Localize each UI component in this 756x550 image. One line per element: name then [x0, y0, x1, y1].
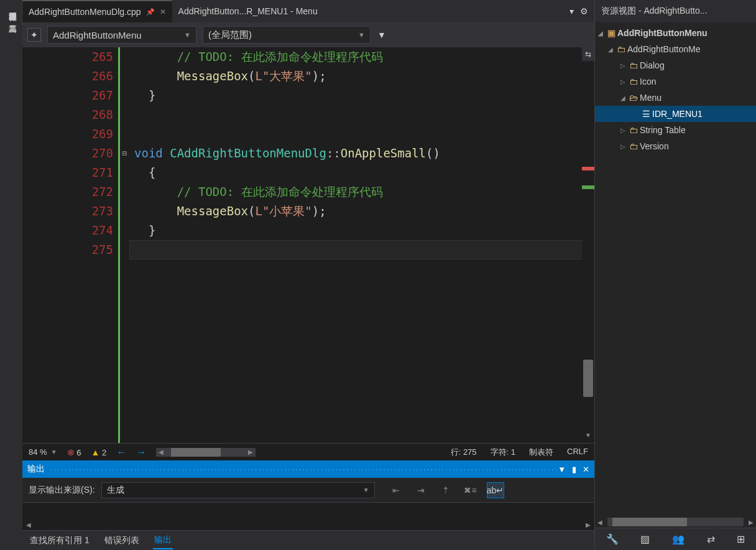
wrench-icon[interactable]: 🔧	[606, 533, 619, 545]
tab-output[interactable]: 输出	[153, 532, 173, 549]
close-icon[interactable]: ✕	[583, 465, 589, 474]
scroll-right-icon[interactable]: ▶	[246, 449, 256, 455]
class-dropdown[interactable]: AddRightButtonMenu ▼	[47, 26, 196, 44]
resource-tree[interactable]: ◢ ▣ AddRightButtonMenu ◢ 🗀 AddRightButto…	[595, 22, 756, 516]
tree-menu-item[interactable]: ☰ IDR_MENU1	[595, 106, 756, 122]
expander-icon[interactable]: ▷	[619, 62, 627, 69]
node-label: String Table	[640, 125, 686, 135]
node-label: Menu	[640, 93, 662, 103]
node-label: AddRightButtonMe	[627, 44, 701, 54]
resource-view-panel: 资源视图 - AddRightButto... ◢ ▣ AddRightButt…	[594, 0, 756, 550]
warning-count[interactable]: ▲ 2	[91, 447, 106, 457]
pin-icon[interactable]: ▮	[572, 465, 576, 474]
tree-dialog-node[interactable]: ▷ 🗀 Dialog	[595, 57, 756, 73]
output-clear-icon[interactable]: ✖≡	[462, 482, 479, 498]
output-indent-less-icon[interactable]: ⇤	[387, 482, 405, 498]
expander-icon[interactable]: ◢	[619, 95, 627, 101]
output-panel: 输出 ∙∙∙∙∙∙∙∙∙∙∙∙∙∙∙∙∙∙∙∙∙∙∙∙∙∙∙∙∙∙∙∙∙∙∙∙∙…	[22, 460, 594, 530]
output-source-label: 显示输出来源(S):	[29, 485, 95, 496]
server-explorer-tab[interactable]: 服务器资源管理器	[0, 0, 22, 12]
menu-resource-icon: ☰	[640, 109, 652, 119]
zoom-dropdown[interactable]: 84 % ▼	[29, 447, 57, 457]
status-col[interactable]: 字符: 1	[491, 447, 515, 458]
scroll-left-icon[interactable]: ◀	[22, 521, 35, 528]
code-editor[interactable]: 265266267268269270271272273274275 ⊟ // T…	[22, 47, 594, 443]
tab-menu-designer[interactable]: AddRightButton...R_MENU1 - Menu	[172, 0, 324, 22]
toolbox-tab[interactable]: 工具箱	[0, 12, 22, 25]
tab-cpp-file[interactable]: AddRightButtonMenuDlg.cpp 📌 ✕	[22, 0, 172, 22]
fold-column[interactable]: ⊟	[118, 47, 129, 443]
vertical-scrollbar[interactable]	[582, 61, 594, 432]
folder-icon: 🗀	[627, 141, 640, 151]
chevron-down-icon: ▼	[51, 449, 57, 455]
scroll-right-icon[interactable]: ▶	[746, 519, 756, 526]
error-count[interactable]: ⊗ 6	[67, 447, 81, 457]
tab-error-list[interactable]: 错误列表	[103, 533, 141, 549]
tree-menu-node[interactable]: ◢ 🗁 Menu	[595, 90, 756, 106]
status-tabmode[interactable]: 制表符	[529, 447, 553, 458]
resource-view-title[interactable]: 资源视图 - AddRightButto...	[595, 0, 756, 22]
tree-version-node[interactable]: ▷ 🗀 Version	[595, 138, 756, 154]
output-source-value: 生成	[107, 485, 124, 496]
tab-overflow-icon[interactable]: ▾	[569, 6, 574, 16]
solution-icon: ▣	[605, 28, 617, 38]
scroll-thumb[interactable]	[583, 360, 593, 397]
member-dropdown-chevron[interactable]: ▼	[377, 30, 387, 40]
nav-forward-icon[interactable]: →	[136, 447, 146, 458]
scroll-right-icon[interactable]: ▶	[582, 521, 594, 528]
class-view-icon[interactable]: ⊞	[737, 533, 745, 545]
folder-icon: 🗀	[627, 60, 640, 70]
split-icon[interactable]: ⇆	[582, 47, 594, 61]
pin-icon[interactable]: 📌	[146, 8, 155, 16]
expander-icon[interactable]: ◢	[606, 46, 615, 53]
output-titlebar[interactable]: 输出 ∙∙∙∙∙∙∙∙∙∙∙∙∙∙∙∙∙∙∙∙∙∙∙∙∙∙∙∙∙∙∙∙∙∙∙∙∙…	[22, 460, 594, 478]
output-prev-icon[interactable]: ⇡	[437, 482, 454, 498]
line-number-gutter: 265266267268269270271272273274275	[22, 47, 118, 443]
tree-solution-node[interactable]: ◢ ▣ AddRightButtonMenu	[595, 25, 756, 41]
team-icon[interactable]: 👥	[672, 533, 685, 545]
panel-menu-icon[interactable]: ▼	[558, 465, 566, 474]
bottom-tabstrip: 查找所有引用 1 错误列表 输出	[22, 530, 594, 550]
resource-hscroll[interactable]: ◀ ▶	[595, 516, 756, 528]
output-body[interactable]	[22, 503, 594, 519]
tree-project-node[interactable]: ◢ 🗀 AddRightButtonMe	[595, 41, 756, 57]
code-area[interactable]: // TODO: 在此添加命令处理程序代码 MessageBox(L"大苹果")…	[129, 47, 594, 443]
warning-icon: ▲	[91, 447, 99, 457]
project-icon[interactable]: ✦	[27, 28, 41, 42]
expander-icon[interactable]: ▷	[619, 127, 627, 134]
editor-right-rail: ⇆ ▼	[582, 47, 594, 443]
output-hscroll[interactable]: ◀ ▶	[22, 519, 594, 530]
nav-back-icon[interactable]: ←	[116, 447, 126, 458]
scroll-thumb[interactable]	[612, 518, 687, 526]
scroll-down-icon[interactable]: ▼	[582, 432, 594, 443]
expander-icon[interactable]: ◢	[596, 30, 605, 37]
horizontal-scrollbar[interactable]: ◀ ▶	[156, 448, 256, 457]
node-label: AddRightButtonMenu	[617, 28, 708, 38]
gear-icon[interactable]: ⚙	[580, 6, 588, 16]
tab-label: AddRightButton...R_MENU1 - Menu	[178, 6, 318, 16]
status-line[interactable]: 行: 275	[451, 447, 477, 458]
output-indent-more-icon[interactable]: ⇥	[412, 482, 430, 498]
expander-icon[interactable]: ▷	[619, 143, 627, 150]
output-toolbar: 显示输出来源(S): 生成 ▼ ⇤ ⇥ ⇡ ✖≡ ab↵	[22, 478, 594, 503]
tree-icon-node[interactable]: ▷ 🗀 Icon	[595, 73, 756, 90]
zoom-value: 84 %	[29, 447, 47, 457]
scroll-left-icon[interactable]: ◀	[156, 449, 166, 455]
branch-icon[interactable]: ⇄	[707, 533, 715, 545]
scope-dropdown[interactable]: (全局范围) ▼	[203, 26, 371, 44]
output-wrap-icon[interactable]: ab↵	[487, 482, 504, 498]
tree-stringtable-node[interactable]: ▷ 🗀 String Table	[595, 122, 756, 138]
expander-icon[interactable]: ▷	[619, 78, 627, 85]
vs-icon[interactable]: ▨	[640, 533, 650, 545]
status-eol[interactable]: CRLF	[567, 447, 588, 458]
context-nav-bar: ✦ AddRightButtonMenu ▼ (全局范围) ▼ ▼	[22, 22, 594, 47]
folder-icon: 🗀	[627, 77, 640, 86]
editor-status-bar: 84 % ▼ ⊗ 6 ▲ 2 ← → ◀ ▶ 行: 275 字符: 1 制表符 …	[22, 443, 594, 460]
scroll-left-icon[interactable]: ◀	[595, 519, 605, 526]
output-source-dropdown[interactable]: 生成 ▼	[101, 482, 375, 498]
error-icon: ⊗	[67, 447, 75, 457]
scroll-thumb[interactable]	[171, 448, 221, 457]
titlebar-grip: ∙∙∙∙∙∙∙∙∙∙∙∙∙∙∙∙∙∙∙∙∙∙∙∙∙∙∙∙∙∙∙∙∙∙∙∙∙∙∙∙…	[45, 464, 558, 474]
tab-find-refs[interactable]: 查找所有引用 1	[29, 533, 91, 549]
close-icon[interactable]: ✕	[160, 7, 166, 16]
